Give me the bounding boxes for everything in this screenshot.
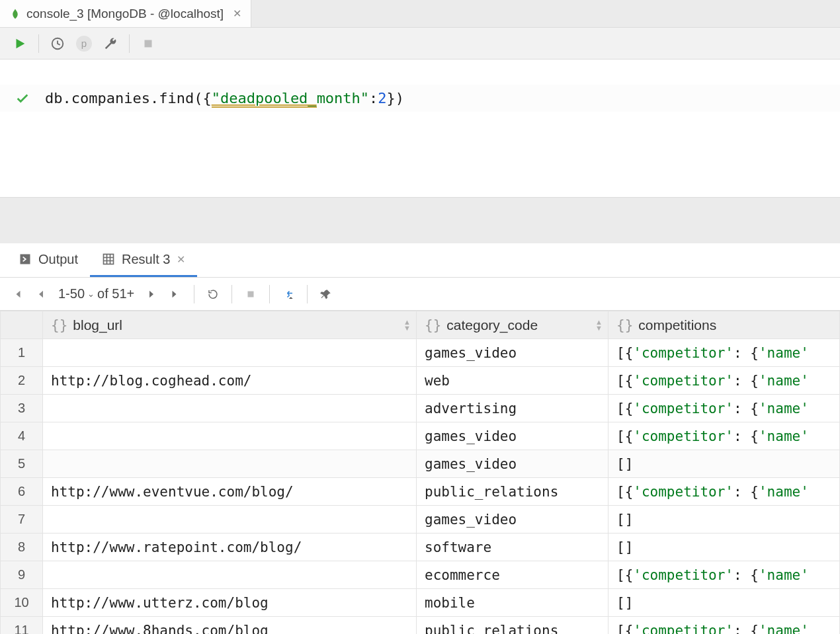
sort-indicator-icon[interactable]: ▲▼: [403, 319, 411, 331]
toolbar-separator: [307, 285, 308, 303]
cell-blog-url[interactable]: [43, 506, 417, 534]
editor-tab[interactable]: console_3 [MongoDB - @localhost] ✕: [0, 0, 251, 27]
cell-category-code[interactable]: games_video: [417, 506, 609, 534]
toolbar-separator: [231, 285, 232, 303]
cell-category-code[interactable]: games_video: [417, 422, 609, 450]
stop-button[interactable]: [136, 32, 160, 56]
row-number[interactable]: 9: [1, 561, 43, 589]
toolbar-separator: [194, 285, 194, 303]
table-row[interactable]: 9ecommerce[{'competitor': {'name': [1, 561, 840, 589]
editor-toolbar: p: [0, 28, 840, 59]
cell-competitions[interactable]: [{'competitor': {'name': [609, 367, 840, 395]
cell-competitions[interactable]: []: [609, 534, 840, 561]
result-table: {}blog_url ▲▼ {}category_code ▲▼ {}compe…: [0, 311, 840, 634]
stop-button[interactable]: [241, 282, 260, 306]
table-row[interactable]: 10http://www.utterz.com/blogmobile[]: [1, 589, 840, 617]
result-tab-bar: Output Result 3 ✕: [0, 243, 840, 278]
cell-blog-url[interactable]: http://www.utterz.com/blog: [43, 589, 417, 617]
table-row[interactable]: 6http://www.eventvue.com/blog/public_rel…: [1, 478, 840, 506]
cell-blog-url[interactable]: http://www.8hands.com/blog: [43, 617, 417, 635]
cell-category-code[interactable]: public_relations: [417, 617, 609, 635]
first-page-icon[interactable]: [8, 282, 26, 306]
mongodb-leaf-icon: [9, 8, 21, 20]
editor-tab-bar: console_3 [MongoDB - @localhost] ✕: [0, 0, 840, 28]
table-row[interactable]: 1games_video[{'competitor': {'name': [1, 339, 840, 367]
cell-competitions[interactable]: []: [609, 450, 840, 478]
cell-blog-url[interactable]: http://www.eventvue.com/blog/: [43, 478, 417, 506]
braces-icon: {}: [616, 317, 633, 333]
table-row[interactable]: 8http://www.ratepoint.com/blog/software[…: [1, 534, 840, 561]
cell-competitions[interactable]: []: [609, 506, 840, 534]
editor[interactable]: db.companies.find({"deadpooled_month":2}…: [0, 85, 840, 197]
panel-gap: [0, 197, 840, 243]
cell-blog-url[interactable]: [43, 561, 417, 589]
cell-category-code[interactable]: web: [417, 367, 609, 395]
row-number[interactable]: 11: [1, 617, 43, 635]
cell-competitions[interactable]: [{'competitor': {'name': [609, 617, 840, 635]
row-number-header[interactable]: [1, 311, 43, 339]
cell-category-code[interactable]: games_video: [417, 450, 609, 478]
tab-output[interactable]: Output: [7, 243, 90, 277]
cell-competitions[interactable]: []: [609, 589, 840, 617]
row-number[interactable]: 2: [1, 367, 43, 395]
history-icon[interactable]: [46, 32, 69, 56]
cell-category-code[interactable]: games_video: [417, 339, 609, 367]
table-row[interactable]: 2http://blog.coghead.com/web[{'competito…: [1, 367, 840, 395]
braces-icon: {}: [425, 317, 441, 333]
row-number[interactable]: 5: [1, 450, 43, 478]
transaction-icon[interactable]: p: [72, 32, 96, 56]
output-icon: [19, 253, 32, 266]
run-button[interactable]: [8, 32, 32, 56]
row-number[interactable]: 8: [1, 534, 43, 561]
cell-category-code[interactable]: advertising: [417, 395, 609, 422]
close-icon[interactable]: ✕: [177, 253, 185, 266]
cell-competitions[interactable]: [{'competitor': {'name': [609, 339, 840, 367]
column-header-competitions[interactable]: {}competitions: [609, 311, 840, 339]
column-header-blog-url[interactable]: {}blog_url ▲▼: [43, 311, 417, 339]
column-header-category-code[interactable]: {}category_code ▲▼: [417, 311, 609, 339]
prev-page-icon[interactable]: [32, 282, 50, 306]
cell-competitions[interactable]: [{'competitor': {'name': [609, 561, 840, 589]
cell-blog-url[interactable]: [43, 339, 417, 367]
row-number[interactable]: 3: [1, 395, 43, 422]
reload-icon[interactable]: [204, 282, 222, 306]
row-number[interactable]: 7: [1, 506, 43, 534]
sort-indicator-icon[interactable]: ▲▼: [595, 319, 603, 331]
cell-category-code[interactable]: software: [417, 534, 609, 561]
table-row[interactable]: 11http://www.8hands.com/blogpublic_relat…: [1, 617, 840, 635]
compare-icon[interactable]: [279, 282, 298, 306]
table-row[interactable]: 4games_video[{'competitor': {'name': [1, 422, 840, 450]
toolbar-separator: [129, 34, 130, 53]
cell-blog-url[interactable]: [43, 422, 417, 450]
row-number[interactable]: 4: [1, 422, 43, 450]
row-number[interactable]: 1: [1, 339, 43, 367]
table-row[interactable]: 7games_video[]: [1, 506, 840, 534]
table-row[interactable]: 5games_video[]: [1, 450, 840, 478]
table-row[interactable]: 3advertising[{'competitor': {'name': [1, 395, 840, 422]
page-range[interactable]: 1-50⌄ of 51+: [56, 286, 137, 301]
cell-competitions[interactable]: [{'competitor': {'name': [609, 422, 840, 450]
cell-competitions[interactable]: [{'competitor': {'name': [609, 478, 840, 506]
pin-icon[interactable]: [317, 282, 335, 306]
tab-result-label: Result 3: [122, 252, 170, 267]
row-number[interactable]: 10: [1, 589, 43, 617]
close-icon[interactable]: ✕: [233, 7, 241, 20]
cell-category-code[interactable]: mobile: [417, 589, 609, 617]
cell-blog-url[interactable]: [43, 395, 417, 422]
query-code[interactable]: db.companies.find({"deadpooled_month":2}…: [45, 90, 404, 106]
cell-competitions[interactable]: [{'competitor': {'name': [609, 395, 840, 422]
next-page-icon[interactable]: [142, 282, 161, 306]
toolbar-separator: [38, 34, 39, 53]
cell-blog-url[interactable]: http://www.ratepoint.com/blog/: [43, 534, 417, 561]
tab-result[interactable]: Result 3 ✕: [90, 243, 197, 277]
cell-category-code[interactable]: ecommerce: [417, 561, 609, 589]
svg-rect-4: [248, 291, 254, 297]
last-page-icon[interactable]: [166, 282, 185, 306]
cell-category-code[interactable]: public_relations: [417, 478, 609, 506]
result-toolbar: 1-50⌄ of 51+: [0, 278, 840, 311]
wrench-icon[interactable]: [99, 32, 122, 56]
editor-line: db.companies.find({"deadpooled_month":2}…: [0, 85, 840, 112]
cell-blog-url[interactable]: http://blog.coghead.com/: [43, 367, 417, 395]
cell-blog-url[interactable]: [43, 450, 417, 478]
row-number[interactable]: 6: [1, 478, 43, 506]
